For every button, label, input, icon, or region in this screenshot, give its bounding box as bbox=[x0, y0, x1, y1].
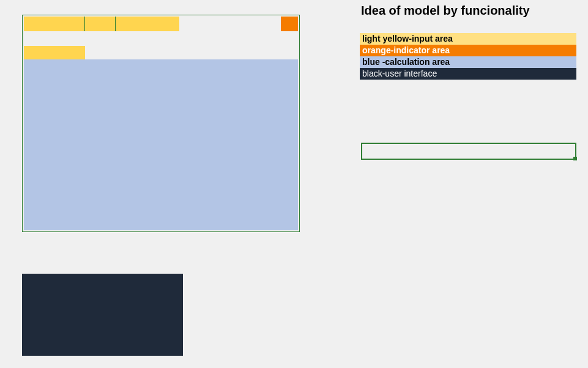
calculation-area bbox=[24, 59, 298, 230]
input-area-cell bbox=[116, 17, 179, 31]
fill-handle-icon[interactable] bbox=[573, 157, 577, 160]
legend-item-calculation: blue -calculation area bbox=[360, 56, 576, 68]
model-top-row bbox=[23, 17, 299, 31]
input-area-cell bbox=[85, 17, 116, 31]
spacer bbox=[179, 17, 281, 31]
legend-item-indicator: orange-indicator area bbox=[360, 45, 576, 56]
selected-cell-outline[interactable] bbox=[361, 143, 576, 160]
user-interface-area bbox=[22, 274, 183, 356]
model-diagram-box bbox=[22, 15, 300, 232]
model-second-row bbox=[23, 46, 299, 59]
input-area-cell bbox=[24, 46, 85, 59]
page-title: Idea of model by funcionality bbox=[361, 4, 530, 18]
model-inner bbox=[23, 15, 299, 231]
legend-item-ui: black-user interface bbox=[360, 68, 576, 80]
legend: light yellow-input area orange-indicator… bbox=[360, 33, 576, 80]
legend-item-input: light yellow-input area bbox=[360, 33, 576, 45]
gap-row bbox=[23, 31, 299, 46]
indicator-area-cell bbox=[281, 17, 298, 31]
input-area-cell bbox=[24, 17, 85, 31]
